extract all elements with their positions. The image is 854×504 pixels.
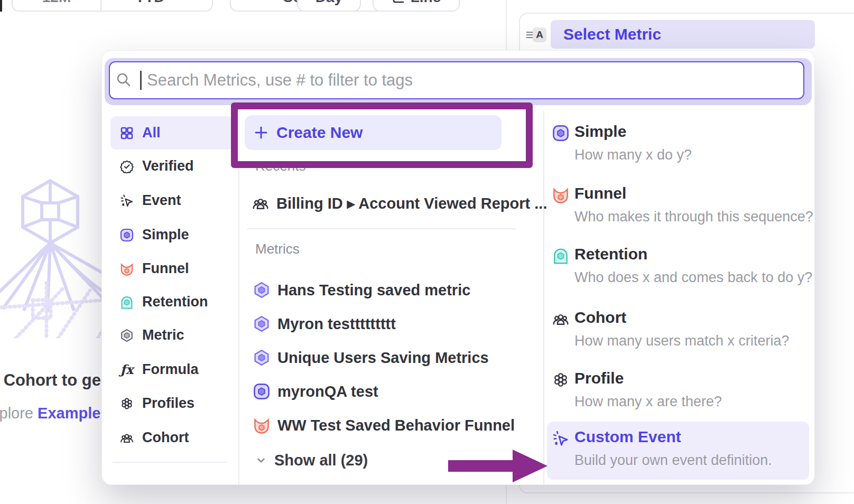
sidebar-item-label: Profiles [142, 395, 194, 412]
sidebar-item-label: Metric [142, 327, 184, 343]
sidebar-item-event[interactable]: Event [110, 184, 233, 217]
column-divider [543, 111, 544, 485]
metric-item-label: myronQA test [277, 383, 378, 400]
type-description: How many x do y? [574, 147, 692, 163]
retention-icon [120, 295, 134, 309]
type-cohort[interactable]: Cohort How many users match x criteria? [548, 310, 815, 365]
text-cursor [140, 71, 142, 90]
type-description: Who does x and comes back to do y? [574, 269, 812, 286]
type-title: Funnel [574, 184, 626, 202]
sidebar-item-all[interactable]: All [110, 116, 233, 150]
type-title: Custom Event [574, 428, 681, 446]
sidebar-section-divider [113, 462, 227, 463]
recent-item-billing[interactable]: Billing ID ▸ Account Viewed Report ... [247, 187, 543, 220]
funnel-icon [253, 417, 270, 434]
recent-item-label: Billing ID ▸ Account Viewed Report ... [276, 194, 547, 212]
select-metric-label: Select Metric [563, 25, 661, 43]
chart-type-line-button[interactable]: Line [373, 0, 460, 12]
type-description: How many x are there? [574, 394, 722, 410]
cohort-icon [252, 195, 269, 212]
metric-list-item[interactable]: WW Test Saved Behavior Funnel [247, 409, 543, 442]
custom-event-cursor-icon [552, 430, 569, 447]
sidebar-item-truncated[interactable]: T [110, 471, 233, 485]
metric-item-label: Myron testtttttttt [277, 315, 396, 333]
select-metric-button[interactable]: Select Metric [551, 20, 815, 49]
retention-icon [552, 247, 569, 264]
type-title: Cohort [574, 309, 626, 326]
sidebar-item-funnel[interactable]: Funnel [110, 252, 233, 285]
page-headline-fragment: r Cohort to ge [0, 371, 101, 390]
profiles-icon [552, 371, 569, 388]
annotation-highlight-box [231, 102, 533, 168]
sidebar-item-label: Verified [142, 158, 194, 174]
type-description: Build your own event definition. [574, 452, 772, 469]
metrics-header: Metrics [255, 241, 300, 257]
screen: 12M YTD Compare Day Line A Select Metric [0, 0, 854, 504]
verified-badge-icon [120, 160, 134, 173]
sidebar-item-cohort[interactable]: Cohort [110, 421, 233, 454]
explore-fragment: xplore [0, 405, 38, 422]
example-link[interactable]: Example [38, 405, 100, 422]
show-all-label: Show all (29) [274, 452, 368, 469]
type-simple[interactable]: Simple How many x do y? [548, 124, 815, 179]
metric-item-label: Hans Testing saved metric [277, 282, 470, 299]
clipped-edge-element [0, 0, 2, 12]
range-12m-button[interactable]: 12M [13, 0, 100, 11]
type-title: Simple [574, 123, 626, 141]
wireframe-illustration [0, 174, 106, 338]
line-chart-icon [392, 0, 405, 4]
sidebar-item-label: Funnel [142, 260, 189, 277]
type-custom-event[interactable]: Custom Event Build your own event defini… [548, 429, 815, 484]
cohort-icon [552, 311, 569, 328]
type-title: Retention [574, 245, 647, 263]
type-profile[interactable]: Profile How many x are there? [548, 370, 815, 425]
sidebar-item-profiles[interactable]: Profiles [110, 387, 233, 420]
search-icon [116, 72, 132, 88]
event-cursor-icon [120, 194, 134, 208]
profiles-icon [120, 397, 134, 410]
type-funnel[interactable]: Funnel Who makes it through this sequenc… [548, 185, 815, 240]
saved-metric-hexagon-icon [253, 315, 270, 332]
sidebar-item-metric[interactable]: Metric [110, 319, 233, 352]
type-retention[interactable]: Retention Who does x and comes back to d… [548, 246, 815, 301]
sidebar-item-simple[interactable]: Simple [110, 218, 233, 251]
funnel-icon [120, 262, 134, 276]
granularity-day-button[interactable]: Day [297, 0, 361, 12]
metric-list-item[interactable]: Myron testtttttttt [247, 307, 543, 340]
sidebar-item-verified[interactable]: Verified [110, 150, 233, 183]
simple-icon [120, 228, 134, 242]
sidebar-item-label: Formula [142, 361, 199, 378]
sidebar-item-label: Simple [142, 227, 189, 243]
search-input[interactable] [109, 61, 804, 99]
metric-item-label: Unique Users Saving Metrics [277, 349, 489, 367]
formula-icon: ƒx [120, 363, 134, 377]
cohort-icon [120, 431, 134, 445]
saved-metric-hexagon-icon [253, 349, 270, 366]
sidebar-item-label: Retention [142, 294, 208, 310]
funnel-icon [552, 186, 569, 203]
saved-metric-hexagon-icon [253, 282, 270, 298]
sidebar-item-label: All [142, 125, 161, 141]
type-description: Who makes it through this sequence? [574, 209, 813, 225]
range-ytd-button[interactable]: YTD [101, 0, 212, 11]
chevron-down-icon [255, 454, 267, 466]
type-description: How many users match x criteria? [574, 333, 790, 349]
metric-item-label: WW Test Saved Behavior Funnel [277, 417, 515, 434]
series-letter-badge: A [533, 27, 546, 42]
type-title: Profile [574, 369, 624, 387]
line-label: Line [411, 0, 441, 6]
sidebar-item-label: Cohort [142, 430, 189, 446]
sidebar-item-label: Event [142, 192, 181, 209]
metric-list-item[interactable]: myronQA test [247, 375, 543, 408]
metric-hexagon-icon [120, 329, 134, 342]
day-label: Day [315, 0, 342, 6]
metric-list-item[interactable]: Unique Users Saving Metrics [247, 341, 543, 374]
date-range-segmented-control[interactable]: 12M YTD [12, 0, 213, 12]
sidebar-item-formula[interactable]: ƒx Formula [110, 353, 233, 386]
show-all-button[interactable]: Show all (29) [247, 447, 458, 473]
sidebar-item-retention[interactable]: Retention [110, 285, 233, 319]
metric-list-item[interactable]: Hans Testing saved metric [247, 274, 543, 306]
simple-icon [552, 125, 569, 142]
explore-text: xplore Example [0, 405, 100, 422]
simple-icon [253, 383, 270, 400]
